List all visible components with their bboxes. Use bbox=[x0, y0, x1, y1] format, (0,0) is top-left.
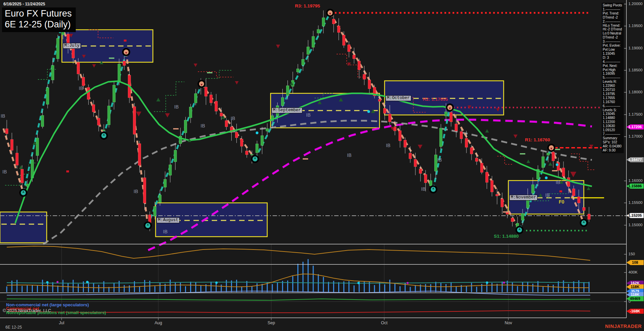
volume-bar bbox=[139, 286, 140, 292]
candle-body bbox=[353, 55, 355, 59]
cyan-dot-marker bbox=[367, 110, 370, 113]
cyan-dot-marker bbox=[358, 282, 360, 284]
volume-bar bbox=[548, 284, 549, 292]
volume-bar bbox=[543, 287, 544, 292]
ninjatrader-chart-window[interactable]: M:JulyM:AugustM:SeptemberM:OctoberM:Nove… bbox=[0, 0, 644, 331]
candle-body bbox=[404, 140, 407, 147]
candle-body bbox=[567, 178, 570, 187]
candle-body bbox=[240, 139, 243, 146]
candle-body bbox=[455, 124, 458, 131]
candle-body bbox=[21, 169, 23, 183]
candle-body bbox=[358, 61, 361, 70]
candle-body bbox=[368, 80, 371, 89]
cyan-dot-marker bbox=[215, 282, 218, 284]
volume-bar bbox=[17, 280, 18, 292]
volume-bar bbox=[124, 285, 125, 292]
volume-bar bbox=[476, 287, 477, 292]
candle-body bbox=[256, 144, 258, 153]
candle-body bbox=[419, 169, 422, 173]
down-arrow-marker bbox=[235, 81, 239, 85]
candle-body bbox=[118, 64, 120, 82]
volume-bar bbox=[374, 285, 375, 292]
volume-bar bbox=[37, 286, 38, 292]
volume-bar bbox=[185, 286, 186, 292]
volume-bar bbox=[68, 283, 69, 292]
candle-body bbox=[440, 128, 442, 146]
volume-bar bbox=[451, 282, 452, 292]
legend-nonreportable: Nonreportable positions net (small specu… bbox=[6, 310, 106, 315]
price-chart-canvas[interactable] bbox=[0, 0, 644, 331]
cyan-dot-marker bbox=[545, 176, 548, 179]
volume-bar bbox=[353, 285, 354, 292]
volume-bar bbox=[589, 282, 590, 292]
volume-bar bbox=[399, 286, 400, 292]
volume-bar bbox=[394, 284, 395, 292]
candle-body bbox=[108, 106, 110, 125]
volume-bar bbox=[52, 282, 53, 292]
volume-bar bbox=[512, 283, 513, 292]
volume-bar bbox=[277, 283, 278, 292]
candle-body bbox=[322, 18, 325, 26]
volume-bar bbox=[323, 277, 324, 292]
down-arrow-marker bbox=[92, 64, 96, 68]
red-square-marker bbox=[124, 40, 127, 42]
candle-body bbox=[159, 195, 161, 203]
down-arrow-marker bbox=[165, 113, 170, 118]
candle-body bbox=[164, 179, 166, 187]
candle-body bbox=[562, 168, 565, 176]
volume-bar bbox=[537, 281, 538, 292]
candle-body bbox=[56, 38, 59, 58]
volume-bar bbox=[190, 282, 191, 292]
candle-body bbox=[501, 199, 504, 207]
candle-body bbox=[307, 47, 309, 54]
volume-bar bbox=[32, 285, 33, 292]
candle-body bbox=[485, 172, 488, 182]
volume-bar bbox=[445, 284, 446, 292]
volume-bar bbox=[568, 284, 569, 292]
cyan-dot-marker bbox=[256, 132, 258, 134]
swing-line bbox=[3, 128, 23, 193]
volume-bar bbox=[42, 280, 43, 292]
volume-bar bbox=[129, 285, 130, 292]
candle-body bbox=[363, 74, 366, 79]
candle-body bbox=[588, 214, 590, 219]
candle-body bbox=[317, 29, 320, 33]
candle-body bbox=[138, 144, 141, 165]
candle-body bbox=[261, 136, 263, 145]
up-arrow-marker bbox=[485, 129, 489, 133]
volume-bar bbox=[328, 282, 329, 292]
swing-line bbox=[450, 108, 520, 230]
candle-body bbox=[378, 99, 381, 101]
candle-body bbox=[246, 151, 248, 155]
candle-body bbox=[332, 19, 335, 24]
cyan-dot-marker bbox=[556, 163, 558, 166]
candle-body bbox=[5, 129, 8, 134]
candle-body bbox=[383, 108, 386, 113]
volume-bar bbox=[491, 283, 492, 292]
up-arrow-marker bbox=[19, 165, 23, 169]
volume-bar bbox=[527, 282, 528, 292]
volume-bar bbox=[22, 286, 23, 292]
candle-body bbox=[511, 218, 514, 222]
candle-body bbox=[41, 115, 44, 126]
candle-body bbox=[169, 165, 171, 175]
candle-body bbox=[194, 94, 197, 103]
candle-body bbox=[414, 159, 417, 167]
candle-body bbox=[174, 150, 177, 162]
candle-body bbox=[465, 138, 468, 147]
candle-body bbox=[51, 66, 54, 80]
volume-bar bbox=[27, 285, 28, 292]
volume-bar bbox=[297, 264, 298, 292]
candle-body bbox=[72, 49, 74, 58]
magenta-dot-marker bbox=[503, 282, 505, 284]
instrument-tab[interactable]: 6E 12-25 bbox=[5, 325, 22, 330]
candle-body bbox=[133, 107, 136, 134]
volume-bar bbox=[73, 280, 74, 292]
candle-body bbox=[87, 88, 90, 99]
down-arrow-marker bbox=[513, 135, 518, 138]
up-arrow-marker bbox=[587, 187, 591, 190]
volume-bar bbox=[154, 286, 155, 292]
volume-bar bbox=[58, 286, 59, 292]
swing-line bbox=[23, 25, 62, 193]
candle-body bbox=[531, 185, 534, 193]
